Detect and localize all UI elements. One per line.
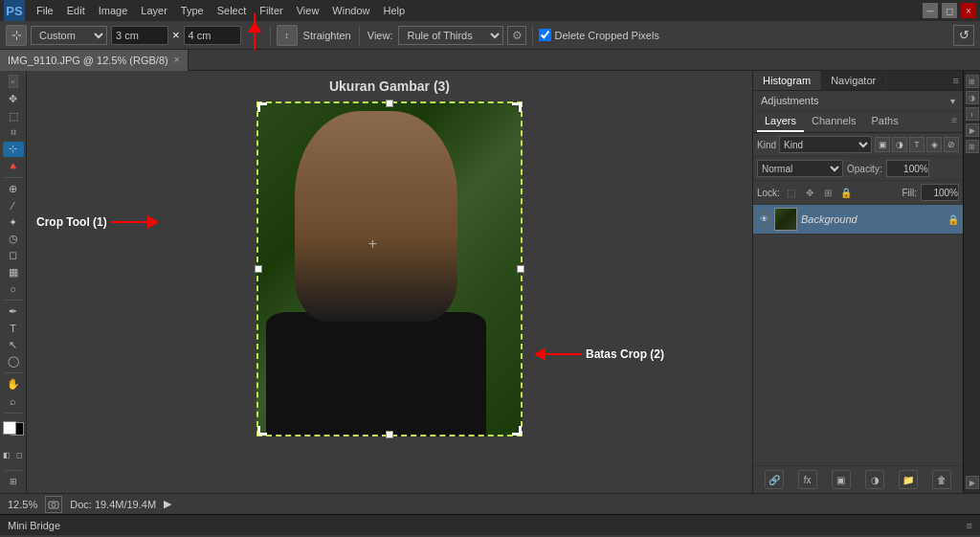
layers-tab[interactable]: Layers xyxy=(757,111,804,132)
zoom-btn[interactable]: ⌕ xyxy=(3,393,24,408)
menu-help[interactable]: Help xyxy=(377,3,411,18)
menu-edit[interactable]: Edit xyxy=(61,3,91,18)
filter-adjust-btn[interactable]: ◑ xyxy=(892,137,907,152)
lock-position-btn[interactable]: ✥ xyxy=(802,185,817,200)
add-mask-btn[interactable]: ▣ xyxy=(832,470,851,489)
layer-effects-btn[interactable]: fx xyxy=(798,470,817,489)
view-label: View: xyxy=(366,30,395,41)
crop-tool-annotation: Crop Tool (1) xyxy=(36,213,159,232)
layer-row[interactable]: 👁 Background 🔒 xyxy=(753,205,963,235)
filter-toggle-btn[interactable]: ⊘ xyxy=(944,137,959,152)
delete-cropped-checkbox[interactable] xyxy=(539,29,551,41)
expand-btn[interactable]: ⊞ xyxy=(966,140,979,153)
menu-window[interactable]: Window xyxy=(326,3,375,18)
hand-btn[interactable]: ✋ xyxy=(3,377,24,392)
straighten-label: Straighten xyxy=(301,30,353,41)
canvas-area: Ukuran Gambar (3) Crop Tool (1) + xyxy=(27,71,752,493)
layers-panel-options[interactable]: ≡ xyxy=(949,111,959,132)
camera-icon xyxy=(48,499,59,510)
delete-layer-btn[interactable]: 🗑 xyxy=(932,470,951,489)
menu-layer[interactable]: Layer xyxy=(135,3,173,18)
undo-button[interactable]: ↺ xyxy=(953,25,974,46)
foreground-color-swatch[interactable] xyxy=(3,421,16,435)
file-tab[interactable]: IMG_9110.JPG @ 12.5% (RGB/8) × xyxy=(0,50,189,71)
clone-btn[interactable]: ✦ xyxy=(3,214,24,229)
histogram-tab[interactable]: Histogram xyxy=(753,71,821,90)
minibridge-menu-btn[interactable]: ≡ xyxy=(967,520,972,531)
link-layers-btn[interactable]: 🔗 xyxy=(765,470,784,489)
lock-artboard-btn[interactable]: ⊞ xyxy=(820,185,835,200)
main-area: « ✥ ⬚ ⌗ ⊹ 🔺 ⊕ ∕ ✦ ◷ ◻ ▦ ○ ✒ T ↖ ◯ ✋ ⌕ ◧ … xyxy=(0,71,980,493)
actions-btn[interactable]: ▶ xyxy=(966,123,979,137)
collapse-panel-btn[interactable]: ▶ xyxy=(966,476,979,489)
navigator-tab[interactable]: Navigator xyxy=(821,71,886,90)
blend-mode-dropdown[interactable]: Normal xyxy=(757,160,843,177)
menu-file[interactable]: File xyxy=(31,3,59,18)
lasso-btn[interactable]: ⌗ xyxy=(3,125,24,140)
rectangle-select-btn[interactable]: ⬚ xyxy=(3,108,24,123)
lock-label: Lock: xyxy=(757,188,780,198)
layer-visibility-btn[interactable]: 👁 xyxy=(757,213,770,226)
standard-mode-btn[interactable]: ◻ xyxy=(14,445,25,466)
adjustment-layer-btn[interactable]: ◑ xyxy=(865,470,884,489)
opacity-input[interactable] xyxy=(886,160,929,177)
adjustments-collapse-btn[interactable]: ▾ xyxy=(950,96,955,106)
toolbox: « ✥ ⬚ ⌗ ⊹ 🔺 ⊕ ∕ ✦ ◷ ◻ ▦ ○ ✒ T ↖ ◯ ✋ ⌕ ◧ … xyxy=(0,71,27,493)
close-btn[interactable]: × xyxy=(961,3,976,18)
filter-kind-dropdown[interactable]: Kind xyxy=(779,136,872,153)
brush-btn[interactable]: ∕ xyxy=(3,198,24,213)
type-btn[interactable]: T xyxy=(3,321,24,335)
crop-tool-btn[interactable]: ⊹ xyxy=(3,142,24,156)
quick-mask-btn[interactable]: ◧ xyxy=(2,445,12,466)
fill-input[interactable] xyxy=(921,184,959,201)
restore-btn[interactable]: ◻ xyxy=(942,3,957,18)
minimize-btn[interactable]: ─ xyxy=(923,3,938,18)
menu-filter[interactable]: Filter xyxy=(254,3,288,18)
path-select-btn[interactable]: ↖ xyxy=(3,338,24,352)
info-btn[interactable]: i xyxy=(966,107,979,121)
menubar: PS File Edit Image Layer Type Select Fil… xyxy=(0,0,980,21)
gradient-btn[interactable]: ▦ xyxy=(3,264,24,279)
shape-btn[interactable]: ◯ xyxy=(3,354,24,369)
channels-tab[interactable]: Channels xyxy=(804,111,863,132)
history-btn[interactable]: ◷ xyxy=(3,232,24,246)
width-input[interactable] xyxy=(111,26,168,45)
filter-pixel-btn[interactable]: ▣ xyxy=(875,137,890,152)
zoom-level: 12.5% xyxy=(8,499,37,510)
color-swatches[interactable] xyxy=(3,421,24,436)
panel-options-btn[interactable]: ≡ xyxy=(949,71,963,90)
group-layers-btn[interactable]: 📁 xyxy=(899,470,918,489)
app-logo: PS xyxy=(4,0,25,21)
eraser-btn[interactable]: ◻ xyxy=(3,248,24,262)
doc-size: Doc: 19.4M/19.4M xyxy=(70,499,156,510)
layer-name: Background xyxy=(801,213,944,225)
eyedropper-btn[interactable]: 🔺 xyxy=(3,159,24,173)
menu-type[interactable]: Type xyxy=(175,3,210,18)
tab-close-btn[interactable]: × xyxy=(174,55,180,65)
lock-all-btn[interactable]: 🔒 xyxy=(838,185,854,200)
status-arrow-btn[interactable]: ▶ xyxy=(164,498,171,510)
filter-shape-btn[interactable]: ◈ xyxy=(926,137,942,152)
image-canvas[interactable]: + xyxy=(256,101,523,436)
settings-icon[interactable]: ⚙ xyxy=(507,26,526,45)
menu-image[interactable]: Image xyxy=(93,3,134,18)
properties-btn[interactable]: ⊞ xyxy=(966,75,979,88)
view-dropdown[interactable]: Rule of Thirds xyxy=(398,26,503,45)
crop-tool-icon[interactable]: ⊹ xyxy=(6,25,27,46)
zoom-indicator-btn[interactable] xyxy=(45,496,62,513)
straighten-icon[interactable]: ↕ xyxy=(277,25,298,46)
move-tool-btn[interactable]: ✥ xyxy=(3,92,24,106)
collapse-toolbox-btn[interactable]: « xyxy=(9,75,18,88)
filter-type-btn[interactable]: T xyxy=(909,137,924,152)
dodge-btn[interactable]: ○ xyxy=(3,281,24,296)
adjustments-strip-btn[interactable]: ◑ xyxy=(966,91,979,104)
screen-mode-btn[interactable]: ⊞ xyxy=(3,475,24,489)
menu-view[interactable]: View xyxy=(291,3,325,18)
heal-btn[interactable]: ⊕ xyxy=(3,182,24,196)
height-input[interactable] xyxy=(184,26,241,45)
lock-pixels-btn[interactable]: ⬚ xyxy=(784,185,799,200)
pen-btn[interactable]: ✒ xyxy=(3,304,24,319)
paths-tab[interactable]: Paths xyxy=(864,111,906,132)
menu-select[interactable]: Select xyxy=(212,3,253,18)
preset-dropdown[interactable]: Custom xyxy=(31,26,107,45)
